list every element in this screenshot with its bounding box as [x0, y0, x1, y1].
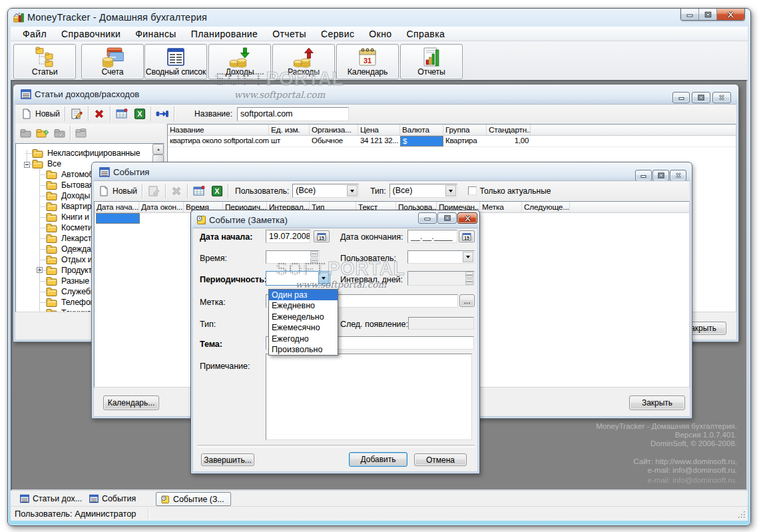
move-link-icon[interactable]: [156, 109, 169, 119]
column-header[interactable]: Дата нача...: [95, 202, 139, 212]
dropdown-option[interactable]: Ежегодно: [269, 334, 338, 344]
column-header[interactable]: Организа...: [310, 125, 358, 135]
articles-new-button[interactable]: Новый: [35, 109, 60, 119]
end-date-input[interactable]: __.__.____: [407, 230, 457, 243]
close-button[interactable]: [717, 9, 744, 20]
tree-item[interactable]: Техника: [46, 308, 91, 312]
only-actual-checkbox[interactable]: [468, 186, 477, 195]
toolbar-articles-button[interactable]: Статьи: [13, 44, 76, 79]
tree-item[interactable]: Продукты: [46, 265, 98, 276]
dropdown-option[interactable]: Еженедельно: [269, 312, 338, 322]
events-minimize-button[interactable]: [635, 170, 652, 181]
menu-help[interactable]: Справка: [399, 27, 452, 41]
delete-icon[interactable]: [93, 108, 105, 120]
tab-event-dialog[interactable]: Событие (З...: [156, 492, 231, 506]
events-user-combo[interactable]: (Все): [292, 184, 359, 198]
excel-export-icon[interactable]: X: [134, 108, 146, 120]
finish-button[interactable]: Завершить...: [201, 453, 254, 466]
edit-note-icon[interactable]: [70, 107, 83, 121]
column-header[interactable]: Группа: [443, 125, 487, 135]
tree-collapse-box[interactable]: [24, 162, 30, 168]
events-type-combo[interactable]: (Все): [389, 184, 457, 198]
dialog-user-combo[interactable]: [407, 250, 475, 264]
dropdown-option[interactable]: Ежедневно: [269, 300, 338, 311]
tree-item[interactable]: Доходы: [46, 190, 90, 201]
new-document-icon[interactable]: [99, 186, 109, 196]
events-titlebar[interactable]: События: [94, 164, 690, 180]
event-dialog-titlebar[interactable]: Событие (Заметка): [193, 212, 477, 228]
add-folder-icon[interactable]: [36, 127, 49, 139]
menu-finances[interactable]: Финансы: [128, 27, 184, 41]
main-titlebar[interactable]: MoneyTracker - Домашняя бухгалтерия: [8, 9, 750, 27]
tree-item-all[interactable]: Все: [32, 158, 61, 169]
articles-minimize-button[interactable]: [672, 92, 690, 103]
dropdown-option[interactable]: Произвольно: [269, 344, 338, 355]
start-date-input[interactable]: 19.07.2008: [266, 230, 310, 243]
note-textarea[interactable]: [266, 354, 472, 440]
toolbar-calendar-button[interactable]: 31 Календарь: [336, 44, 399, 79]
dropdown-arrow-icon[interactable]: [445, 185, 456, 196]
events-calendar-button[interactable]: Календарь...: [103, 396, 159, 410]
column-header[interactable]: Название: [168, 125, 269, 135]
menu-planning[interactable]: Планирование: [184, 27, 265, 41]
menu-service[interactable]: Сервис: [314, 27, 362, 41]
dropdown-arrow-icon[interactable]: [347, 185, 358, 196]
tab-events[interactable]: События: [85, 492, 140, 505]
column-header[interactable]: Следующе...: [522, 202, 570, 212]
tree-item[interactable]: Квартира: [46, 201, 96, 212]
events-selected-cell[interactable]: [96, 213, 140, 224]
tab-articles[interactable]: Статьи дох...: [16, 492, 86, 505]
column-header[interactable]: Ед. изм.: [269, 125, 310, 135]
menu-references[interactable]: Справочники: [54, 27, 128, 41]
column-header[interactable]: Дата окон...: [139, 202, 184, 212]
events-new-button[interactable]: Новый: [113, 186, 137, 196]
paste-folder-icon[interactable]: [19, 127, 32, 139]
end-date-calendar-button[interactable]: 15: [459, 230, 475, 242]
toolbar-reports-button[interactable]: Отчеты: [400, 44, 463, 79]
tree-item-unclassified[interactable]: Неклассифицированные: [32, 148, 140, 158]
articles-titlebar[interactable]: Статьи доходов/расходов: [15, 87, 736, 102]
cell-currency-selected[interactable]: $: [400, 136, 443, 146]
column-header[interactable]: Метка: [480, 202, 522, 212]
cancel-button[interactable]: Отмена: [414, 453, 467, 466]
column-header[interactable]: Цена: [358, 125, 400, 135]
menu-reports[interactable]: Отчеты: [265, 27, 314, 41]
events-close-button[interactable]: [670, 170, 686, 181]
menu-file[interactable]: Файл: [15, 27, 54, 41]
articles-restore-button[interactable]: [692, 92, 710, 103]
maximize-button[interactable]: [699, 9, 717, 20]
scroll-up-button[interactable]: [152, 144, 164, 154]
menu-window[interactable]: Окно: [362, 27, 399, 41]
toolbar-accounts-button[interactable]: Счета: [81, 44, 144, 79]
column-header[interactable]: Валюта: [400, 125, 443, 135]
column-header[interactable]: Стандартн...: [487, 125, 531, 135]
mark-browse-button[interactable]: ...: [459, 294, 475, 307]
dropdown-arrow-icon[interactable]: [318, 272, 329, 284]
dropdown-option[interactable]: Ежемесячно: [269, 322, 338, 333]
start-date-calendar-button[interactable]: 15: [314, 230, 330, 242]
dialog-minimize-button[interactable]: [418, 212, 437, 224]
dropdown-arrow-icon[interactable]: [463, 252, 473, 262]
events-restore-button[interactable]: [652, 170, 669, 181]
excel-export-icon[interactable]: X: [211, 185, 223, 197]
articles-close-button[interactable]: [712, 92, 731, 103]
period-combo[interactable]: [266, 271, 330, 286]
resize-grip[interactable]: [736, 509, 746, 519]
articles-table-row[interactable]: квартира около softportal.com шт Обычное…: [168, 136, 736, 147]
toolbar-expense-button[interactable]: Расходы: [272, 44, 335, 79]
closed-folder-icon[interactable]: [75, 127, 87, 139]
new-document-icon[interactable]: [21, 109, 32, 119]
events-close-footer-button[interactable]: Закрыть: [629, 396, 685, 410]
articles-name-input[interactable]: softportal.com: [237, 107, 349, 121]
minimize-button[interactable]: [681, 9, 699, 20]
edit-folder-icon[interactable]: [53, 127, 66, 139]
dialog-close-button[interactable]: [457, 212, 477, 224]
toolbar-summary-button[interactable]: Сводный список: [144, 44, 207, 79]
time-spinner[interactable]: [310, 251, 318, 263]
dropdown-option-selected[interactable]: Один раз: [269, 290, 338, 300]
dialog-restore-button[interactable]: [437, 212, 457, 224]
table-edit-icon[interactable]: [115, 107, 128, 121]
add-button[interactable]: Добавить: [349, 452, 407, 467]
table-edit-icon[interactable]: [192, 184, 206, 198]
toolbar-income-button[interactable]: Доходы: [208, 44, 271, 79]
